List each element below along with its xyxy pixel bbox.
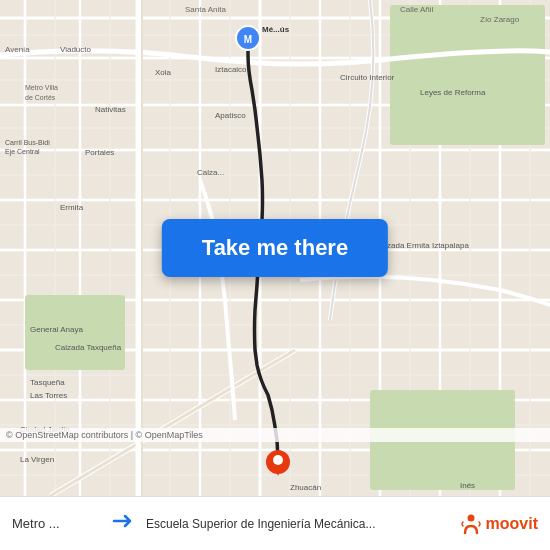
button-overlay: Take me there — [162, 219, 388, 277]
svg-text:Ermita: Ermita — [60, 203, 84, 212]
svg-text:Calzada Taxqueña: Calzada Taxqueña — [55, 343, 122, 352]
svg-text:Calza...: Calza... — [197, 168, 224, 177]
svg-point-83 — [467, 514, 474, 521]
svg-text:Carril Bus-Bidi: Carril Bus-Bidi — [5, 139, 50, 146]
destination-label: Escuela Superior de Ingeniería Mecánica.… — [146, 517, 375, 531]
svg-text:Santa Anita: Santa Anita — [185, 5, 226, 14]
svg-text:Calzada Ermita Iztapalapa: Calzada Ermita Iztapalapa — [375, 241, 469, 250]
svg-text:Avenía: Avenía — [5, 45, 30, 54]
svg-text:de Cortés: de Cortés — [25, 94, 56, 101]
bottom-bar: Metro ... Escuela Superior de Ingeniería… — [0, 496, 550, 550]
map-container: Santa Anita Calle Añil Zío Zarago Avenía… — [0, 0, 550, 496]
svg-text:Iztacalco: Iztacalco — [215, 65, 247, 74]
origin-section: Metro ... — [12, 516, 102, 531]
attribution-text: © OpenStreetMap contributors | © OpenMap… — [6, 430, 203, 440]
moovit-text: moovit — [486, 515, 538, 533]
svg-text:Mé...ús: Mé...ús — [262, 25, 290, 34]
svg-text:Las Torres: Las Torres — [30, 391, 67, 400]
destination-section: Escuela Superior de Ingeniería Mecánica.… — [146, 517, 450, 531]
app: Santa Anita Calle Añil Zío Zarago Avenía… — [0, 0, 550, 550]
svg-text:Metro Villa: Metro Villa — [25, 84, 58, 91]
svg-text:Tasqueña: Tasqueña — [30, 378, 65, 387]
svg-text:Apatisco: Apatisco — [215, 111, 246, 120]
svg-text:Nativitas: Nativitas — [95, 105, 126, 114]
svg-text:La Virgen: La Virgen — [20, 455, 54, 464]
svg-text:Zío Zarago: Zío Zarago — [480, 15, 520, 24]
svg-text:Inés: Inés — [460, 481, 475, 490]
svg-point-82 — [273, 455, 283, 465]
origin-label: Metro ... — [12, 516, 60, 531]
attribution-bar: © OpenStreetMap contributors | © OpenMap… — [0, 428, 550, 442]
arrow-right-icon — [112, 512, 136, 535]
take-me-there-button[interactable]: Take me there — [162, 219, 388, 277]
svg-text:Eje Central: Eje Central — [5, 148, 40, 156]
svg-text:Circuito Interior: Circuito Interior — [340, 73, 395, 82]
svg-text:M: M — [244, 34, 252, 45]
svg-text:Xola: Xola — [155, 68, 172, 77]
svg-text:Zhuacán: Zhuacán — [290, 483, 321, 492]
svg-text:General Anaya: General Anaya — [30, 325, 83, 334]
moovit-logo: moovit — [460, 513, 538, 535]
svg-text:Portales: Portales — [85, 148, 114, 157]
svg-text:Leyes de Reforma: Leyes de Reforma — [420, 88, 486, 97]
svg-text:Viaducto: Viaducto — [60, 45, 92, 54]
svg-rect-41 — [390, 5, 545, 145]
svg-text:Calle Añil: Calle Añil — [400, 5, 434, 14]
